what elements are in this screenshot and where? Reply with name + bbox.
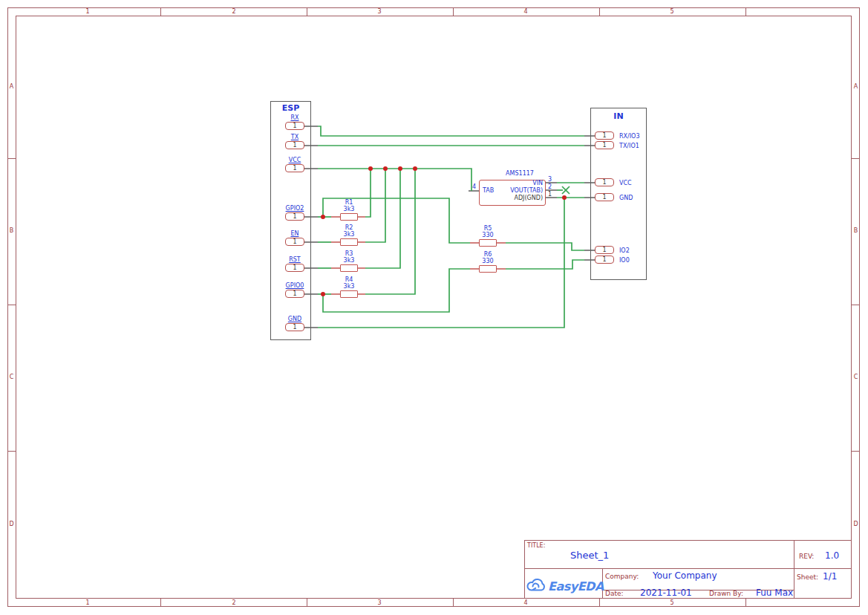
regulator-vout-label: VOUT(TAB) bbox=[479, 187, 543, 194]
junction-dot[interactable] bbox=[321, 215, 325, 219]
resistor-r4[interactable] bbox=[340, 290, 358, 298]
wire-r6-io0[interactable] bbox=[506, 260, 584, 269]
title-label: TITLE: bbox=[527, 542, 545, 549]
resistor-r1-ref: R1 bbox=[331, 199, 367, 206]
junction-dot[interactable] bbox=[398, 166, 402, 171]
no-connect-icon[interactable] bbox=[562, 186, 570, 194]
junction-dot[interactable] bbox=[562, 195, 567, 200]
rev-label: REV: bbox=[799, 553, 814, 560]
pin-label-io0: IO0 bbox=[619, 257, 630, 264]
wire-vcc-rail[interactable] bbox=[318, 169, 471, 191]
date-label: Date: bbox=[605, 590, 624, 597]
resistor-r6-value: 330 bbox=[470, 258, 506, 264]
title-block-border bbox=[524, 540, 852, 541]
pin-gnd[interactable]: 1 bbox=[285, 323, 304, 331]
sheet-title-value[interactable]: Sheet_1 bbox=[570, 550, 609, 561]
pin-label-io2: IO2 bbox=[619, 247, 630, 254]
resistor-r5[interactable] bbox=[479, 239, 497, 247]
regulator-adj-label: ADJ(GND) bbox=[479, 195, 543, 201]
pin-label-rx: RX bbox=[274, 114, 316, 121]
company-value[interactable]: Your Company bbox=[653, 571, 717, 581]
resistor-r6[interactable] bbox=[479, 265, 497, 273]
title-block-border bbox=[524, 568, 852, 569]
pin-label-vcc: VCC bbox=[274, 157, 316, 163]
resistor-r2[interactable] bbox=[340, 238, 358, 246]
pin-label-in-gnd: GND bbox=[619, 195, 633, 201]
junction-dot[interactable] bbox=[368, 166, 373, 171]
pin-label-gpio2: GPIO2 bbox=[274, 205, 316, 212]
pin-io0[interactable]: 1 bbox=[595, 256, 614, 264]
pin-io2[interactable]: 1 bbox=[595, 246, 614, 254]
pin-label-gpio0: GPIO0 bbox=[274, 282, 316, 289]
pin-rst[interactable]: 1 bbox=[285, 264, 304, 272]
resistor-r5-value: 330 bbox=[470, 232, 506, 238]
resistor-r3[interactable] bbox=[340, 264, 358, 272]
resistor-r4-ref: R4 bbox=[331, 276, 367, 283]
pin-rx-io3[interactable]: 1 bbox=[595, 131, 614, 140]
resistor-r3-ref: R3 bbox=[331, 250, 367, 257]
sheet-label: Sheet: bbox=[797, 573, 818, 581]
junction-dot[interactable] bbox=[321, 292, 325, 296]
wire-vcc-r2[interactable] bbox=[365, 169, 385, 242]
pin-label-tx: TX bbox=[274, 134, 316, 140]
schematic-canvas[interactable]: 1 2 3 4 5 1 2 3 4 5 A B C D A B C D bbox=[0, 0, 868, 615]
sheet-value[interactable]: 1/1 bbox=[823, 572, 837, 582]
regulator-pin4-number: 4 bbox=[472, 183, 476, 190]
resistor-r1[interactable] bbox=[340, 213, 358, 221]
component-in-title: IN bbox=[590, 111, 647, 121]
resistor-r4-value: 3k3 bbox=[331, 283, 367, 290]
resistor-r6-ref: R6 bbox=[470, 251, 506, 258]
pin-gpio0[interactable]: 1 bbox=[285, 290, 304, 298]
pin-label-tx-io1: TX/IO1 bbox=[619, 143, 639, 149]
pin-tx[interactable]: 1 bbox=[285, 141, 304, 149]
resistor-r3-value: 3k3 bbox=[331, 257, 367, 264]
easyeda-logo-cloud-icon bbox=[526, 577, 546, 593]
resistor-r5-ref: R5 bbox=[470, 225, 506, 232]
pin-tx-io1[interactable]: 1 bbox=[595, 141, 614, 149]
pin-in-vcc[interactable]: 1 bbox=[595, 178, 614, 186]
junction-dot[interactable] bbox=[413, 166, 417, 171]
pin-rx[interactable]: 1 bbox=[285, 122, 304, 130]
resistor-r1-value: 3k3 bbox=[331, 206, 367, 212]
rev-value[interactable]: 1.0 bbox=[825, 551, 839, 561]
pin-vcc[interactable]: 1 bbox=[285, 164, 304, 172]
drawn-by-value[interactable]: Fuu Max bbox=[756, 588, 793, 598]
pin-label-in-vcc: VCC bbox=[619, 180, 632, 186]
component-esp-title: ESP bbox=[270, 103, 311, 113]
wire-layer bbox=[0, 0, 868, 615]
regulator-ref: AMS1117 bbox=[486, 170, 553, 177]
pin-label-rx-io3: RX/IO3 bbox=[619, 133, 639, 140]
title-block-border bbox=[794, 540, 794, 599]
regulator-vin-label: VIN bbox=[479, 180, 543, 186]
pin-label-gnd: GND bbox=[274, 316, 316, 322]
wire-rx[interactable] bbox=[318, 126, 584, 136]
wire-vcc-r4[interactable] bbox=[365, 169, 415, 294]
pin-label-rst: RST bbox=[274, 256, 316, 263]
regulator-pin3-number: 3 bbox=[548, 176, 552, 183]
title-block-border bbox=[524, 540, 525, 599]
date-value[interactable]: 2021-11-01 bbox=[640, 588, 692, 598]
easyeda-logo-text: EasyEDA bbox=[548, 579, 604, 594]
pin-en[interactable]: 1 bbox=[285, 238, 304, 246]
junction-dot[interactable] bbox=[383, 166, 388, 171]
regulator-pin2-number: 2 bbox=[548, 183, 552, 190]
regulator-pin1-number: 1 bbox=[548, 191, 552, 198]
resistor-r2-ref: R2 bbox=[331, 224, 367, 231]
pin-gpio2[interactable]: 1 bbox=[285, 212, 304, 221]
drawn-by-label: Drawn By: bbox=[709, 590, 743, 597]
company-label: Company: bbox=[605, 573, 639, 580]
resistor-r2-value: 3k3 bbox=[331, 231, 367, 238]
pin-label-en: EN bbox=[274, 230, 316, 237]
wire-r5-io2[interactable] bbox=[506, 243, 584, 250]
pin-in-gnd[interactable]: 1 bbox=[595, 193, 614, 201]
